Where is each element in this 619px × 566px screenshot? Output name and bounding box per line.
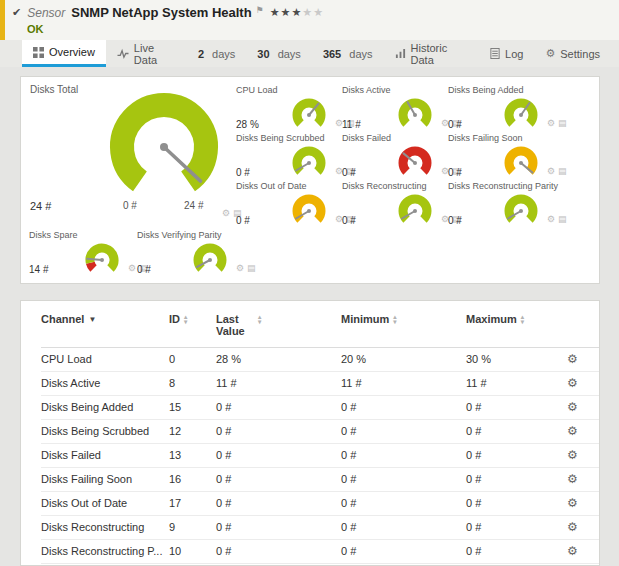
cell-actions: ⚙ xyxy=(544,372,600,396)
gauge-scale-max-label: 24 # xyxy=(184,200,203,211)
channel-settings-gear-icon[interactable]: ⚙ xyxy=(567,544,578,558)
gauge-value: 0 # xyxy=(448,215,498,226)
sort-desc-icon: ▼ xyxy=(88,315,96,324)
gauge-label: Disks Verifying Parity xyxy=(137,230,267,240)
gear-icon[interactable]: ⚙ xyxy=(547,214,555,224)
channel-settings-gear-icon[interactable]: ⚙ xyxy=(567,352,578,366)
object-kind-label: Sensor xyxy=(27,6,65,20)
gear-icon[interactable]: ⚙ xyxy=(547,166,555,176)
tab-label: Settings xyxy=(560,48,600,60)
gauge-value: 0 # xyxy=(236,215,286,226)
overview-icon xyxy=(33,47,44,58)
cell-last-value: 28 % xyxy=(216,348,341,372)
cell-minimum: 0 # xyxy=(341,468,466,492)
tab-overview[interactable]: Overview xyxy=(22,40,106,67)
gauge-value: 14 # xyxy=(29,264,79,275)
graph-icon[interactable]: ▤ xyxy=(558,118,567,128)
gear-icon[interactable]: ⚙ xyxy=(547,118,555,128)
tab-log[interactable]: Log xyxy=(479,40,534,67)
column-header-maximum[interactable]: Maximum▴▾ xyxy=(466,305,544,348)
graph-icon[interactable]: ▤ xyxy=(558,166,567,176)
channel-settings-gear-icon[interactable]: ⚙ xyxy=(567,520,578,534)
cell-minimum: 0 # xyxy=(341,396,466,420)
cell-last-value: 0 # xyxy=(216,444,341,468)
cell-last-value: 0 # xyxy=(216,420,341,444)
gauge-cell-disks-failing-soon: Disks Failing Soon0 #⚙▤ xyxy=(448,133,578,178)
cell-maximum: 0 # xyxy=(466,444,544,468)
channel-settings-gear-icon[interactable]: ⚙ xyxy=(567,472,578,486)
priority-stars[interactable]: ★★★★★ xyxy=(270,6,324,19)
gauge-actions: ⚙▤ xyxy=(544,208,567,226)
historic-data-icon xyxy=(395,48,406,59)
tab-historic-data[interactable]: Historic Data xyxy=(384,40,479,67)
channel-settings-gear-icon[interactable]: ⚙ xyxy=(567,376,578,390)
sort-toggle-icon: ▴▾ xyxy=(258,314,261,324)
cell-id: 13 xyxy=(169,444,216,468)
cell-channel: Disks Active xyxy=(41,372,169,396)
cell-last-value: 0 # xyxy=(216,492,341,516)
table-row-cpu-load: CPU Load028 %20 %30 %⚙ xyxy=(41,348,600,372)
log-icon xyxy=(490,48,500,59)
gear-icon[interactable]: ⚙ xyxy=(222,208,230,218)
gauge-cpu-load xyxy=(286,96,332,130)
cell-last-value: 0 # xyxy=(216,540,341,564)
column-label: Minimum xyxy=(341,313,389,325)
cell-last-value: 0 # xyxy=(216,468,341,492)
tab-label: Log xyxy=(505,48,523,60)
prtg-sensor-overview-page: ✔ Sensor SNMP NetApp System Health ⚑ ★★★… xyxy=(0,0,619,566)
graph-icon[interactable]: ▤ xyxy=(558,214,567,224)
gauge-disks-failed xyxy=(392,144,438,178)
channel-settings-gear-icon[interactable]: ⚙ xyxy=(567,448,578,462)
gauge-disks-active xyxy=(392,96,438,130)
cell-actions: ⚙ xyxy=(544,420,600,444)
column-label: Channel xyxy=(41,313,84,325)
tab-bar: OverviewLive Data2 days30 days365 daysHi… xyxy=(0,40,619,67)
column-header-last-value[interactable]: Last Value▴▾ xyxy=(216,305,341,348)
gear-icon[interactable]: ⚙ xyxy=(128,263,136,273)
sensor-header: ✔ Sensor SNMP NetApp System Health ⚑ ★★★… xyxy=(0,0,619,41)
gauge-value: 0 # xyxy=(342,215,392,226)
cell-maximum: 0 # xyxy=(466,540,544,564)
column-header-minimum[interactable]: Minimum▴▾ xyxy=(341,305,466,348)
gauge-value: 0 # xyxy=(448,167,498,178)
cell-id: 0 xyxy=(169,348,216,372)
cell-id: 9 xyxy=(169,516,216,540)
gauge-label: Disks Reconstructing Parity xyxy=(448,181,578,191)
cell-maximum: 0 # xyxy=(466,396,544,420)
tab-2-days[interactable]: 2 days xyxy=(187,40,246,67)
cell-minimum: 20 % xyxy=(341,348,466,372)
tab-settings[interactable]: ⚙Settings xyxy=(534,40,611,67)
table-row-disks-reconstructing-p: Disks Reconstructing P...100 #0 #0 #⚙ xyxy=(41,540,600,564)
graph-icon[interactable]: ▤ xyxy=(247,263,256,273)
gauge-disks-reconstructing-parity xyxy=(498,192,544,226)
table-row-disks-being-scrubbed: Disks Being Scrubbed120 #0 #0 #⚙ xyxy=(41,420,600,444)
cell-channel: Disks Reconstructing xyxy=(41,516,169,540)
cell-maximum: 11 # xyxy=(466,372,544,396)
cell-channel: Disks Being Scrubbed xyxy=(41,420,169,444)
channel-settings-gear-icon[interactable]: ⚙ xyxy=(567,496,578,510)
channel-settings-gear-icon[interactable]: ⚙ xyxy=(567,424,578,438)
gauge-disks-spare xyxy=(79,241,125,275)
ok-check-icon: ✔ xyxy=(12,6,21,19)
column-header-channel[interactable]: Channel▼ xyxy=(41,305,169,348)
status-text: OK xyxy=(27,23,44,35)
gauge-value: 0 # xyxy=(236,167,286,178)
table-row-disks-failing-soon: Disks Failing Soon160 #0 #0 #⚙ xyxy=(41,468,600,492)
table-row-disks-active: Disks Active811 #11 #11 #⚙ xyxy=(41,372,600,396)
cell-id: 10 xyxy=(169,540,216,564)
gauge-cell-disks-verifying-parity: Disks Verifying Parity0 #⚙▤ xyxy=(137,230,267,275)
column-header-id[interactable]: ID▴▾ xyxy=(169,305,216,348)
gauge-actions: ⚙▤ xyxy=(233,257,256,275)
channel-settings-gear-icon[interactable]: ⚙ xyxy=(567,400,578,414)
gauge-actions: ⚙▤ xyxy=(544,112,567,130)
tab-live-data[interactable]: Live Data xyxy=(106,40,187,67)
cell-minimum: 0 # xyxy=(341,492,466,516)
gear-icon[interactable]: ⚙ xyxy=(236,263,244,273)
gauge-value: 28 % xyxy=(236,119,286,130)
tab-365-days[interactable]: 365 days xyxy=(312,40,384,67)
gauge-cell-disks-reconstructing-parity: Disks Reconstructing Parity0 #⚙▤ xyxy=(448,181,578,226)
cell-minimum: 0 # xyxy=(341,420,466,444)
cell-maximum: 30 % xyxy=(466,348,544,372)
tab-30-days[interactable]: 30 days xyxy=(246,40,312,67)
cell-minimum: 0 # xyxy=(341,444,466,468)
